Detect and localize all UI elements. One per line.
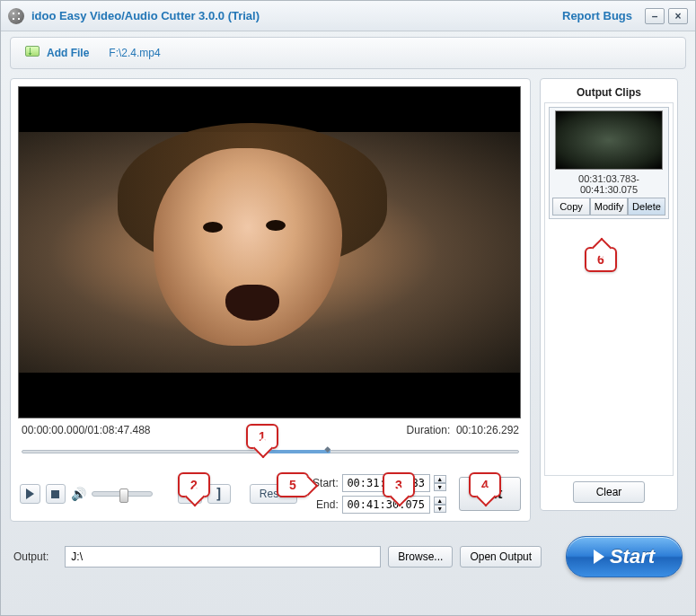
bottom-bar: Output: Browse... Open Output Start	[1, 531, 695, 586]
callout-2: 2	[178, 472, 210, 497]
position-total-time: 00:00:00.000/01:08:47.488	[22, 424, 151, 436]
add-file-label: Add File	[47, 47, 89, 59]
clear-button[interactable]: Clear	[573, 481, 645, 503]
browse-button[interactable]: Browse...	[388, 546, 453, 568]
track-selection	[264, 450, 330, 453]
add-file-icon	[23, 44, 41, 62]
controls-row: 🔊 [ ] Reset Start: ▲▼ End: ▲▼	[18, 474, 523, 514]
file-toolbar: Add File F:\2.4.mp4	[10, 37, 686, 69]
start-label: Start	[610, 545, 655, 568]
callout-3: 3	[383, 472, 415, 497]
video-preview[interactable]	[18, 86, 521, 418]
clip-delete-button[interactable]: Delete	[628, 198, 665, 216]
right-column: Output Clips 00:31:03.783-00:41:30.075 C…	[540, 78, 678, 522]
open-output-button[interactable]: Open Output	[460, 546, 542, 568]
selection-duration: Duration: 00:10:26.292	[407, 424, 519, 436]
play-icon	[594, 550, 604, 564]
add-file-button[interactable]: Add File	[23, 44, 89, 62]
clip-item[interactable]: 00:31:03.783-00:41:30.075 Copy Modify De…	[549, 107, 669, 219]
clip-thumbnail	[555, 110, 663, 170]
output-clips-panel: Output Clips 00:31:03.783-00:41:30.075 C…	[540, 78, 678, 511]
editor-panel: 00:00:00.000/01:08:47.488 Duration: 00:1…	[10, 78, 531, 522]
clip-copy-button[interactable]: Copy	[552, 198, 590, 216]
current-file-path: F:\2.4.mp4	[109, 47, 160, 59]
close-button[interactable]: ×	[668, 8, 688, 24]
volume-slider[interactable]	[92, 491, 152, 497]
end-label: End:	[308, 498, 339, 511]
volume-icon: 🔊	[71, 487, 86, 501]
stop-button[interactable]	[46, 484, 66, 504]
end-spinner[interactable]: ▲▼	[434, 497, 446, 513]
app-window: idoo Easy Video/Audio Cutter 3.0.0 (Tria…	[0, 0, 696, 616]
app-logo-icon	[8, 8, 24, 24]
titlebar: idoo Easy Video/Audio Cutter 3.0.0 (Tria…	[1, 1, 695, 31]
output-clips-title: Output Clips	[544, 83, 674, 102]
callout-4: 4	[469, 472, 501, 497]
clip-list: 00:31:03.783-00:41:30.075 Copy Modify De…	[544, 102, 674, 476]
end-time-input[interactable]	[342, 496, 430, 514]
report-bugs-link[interactable]: Report Bugs	[562, 9, 632, 22]
callout-6: 6	[585, 247, 617, 272]
clip-timerange: 00:31:03.783-00:41:30.075	[552, 173, 665, 195]
play-button[interactable]	[20, 484, 40, 504]
output-path-input[interactable]	[65, 546, 381, 568]
callout-1: 1	[246, 424, 278, 449]
clip-modify-button[interactable]: Modify	[590, 198, 628, 216]
minimize-button[interactable]: –	[645, 8, 665, 24]
start-button[interactable]: Start	[566, 536, 683, 577]
mark-end-button[interactable]: ]	[207, 484, 231, 504]
callout-5: 5	[277, 472, 309, 497]
start-spinner[interactable]: ▲▼	[434, 475, 446, 491]
range-end-handle[interactable]	[323, 442, 336, 458]
output-label: Output:	[13, 550, 48, 563]
window-title: idoo Easy Video/Audio Cutter 3.0.0 (Tria…	[31, 9, 260, 22]
